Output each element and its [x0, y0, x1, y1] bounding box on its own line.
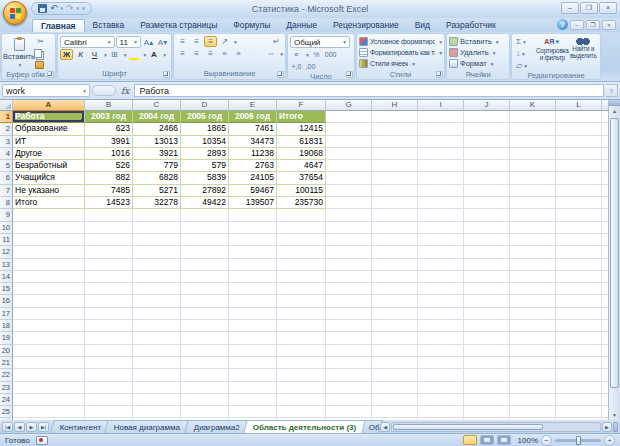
- underline-button[interactable]: Ч: [88, 49, 101, 60]
- conditional-formatting-button[interactable]: Условное форматирование ▾: [359, 36, 442, 47]
- cell-B17[interactable]: [85, 308, 133, 320]
- cell-L16[interactable]: [556, 295, 602, 307]
- cell-C17[interactable]: [133, 308, 181, 320]
- cell-G23[interactable]: [326, 382, 372, 394]
- cell-D22[interactable]: [181, 369, 229, 381]
- horizontal-scrollbar[interactable]: ◀ ▶: [378, 420, 620, 433]
- cell-C5[interactable]: 779: [133, 160, 181, 172]
- cell-J21[interactable]: [464, 357, 510, 369]
- restore-button[interactable]: ❐: [580, 2, 598, 14]
- redo-dropdown-icon[interactable]: ▾: [77, 3, 80, 14]
- cell-D20[interactable]: [181, 345, 229, 357]
- cell-F25[interactable]: [277, 406, 326, 418]
- column-header-G[interactable]: G: [326, 100, 372, 111]
- cell-G12[interactable]: [326, 246, 372, 258]
- cell-I4[interactable]: [418, 148, 464, 160]
- cell-F23[interactable]: [277, 382, 326, 394]
- cell-H8[interactable]: [372, 197, 418, 209]
- cell-H9[interactable]: [372, 209, 418, 221]
- row-header-2[interactable]: 2: [0, 123, 13, 135]
- cell-L14[interactable]: [556, 271, 602, 283]
- cell-F22[interactable]: [277, 369, 326, 381]
- cell-K8[interactable]: [510, 197, 556, 209]
- cell-C23[interactable]: [133, 382, 181, 394]
- cell-G9[interactable]: [326, 209, 372, 221]
- cell-D7[interactable]: 27892: [181, 185, 229, 197]
- cell-B20[interactable]: [85, 345, 133, 357]
- cell-J10[interactable]: [464, 222, 510, 234]
- cell-I12[interactable]: [418, 246, 464, 258]
- cell-E9[interactable]: [229, 209, 277, 221]
- cell-C24[interactable]: [133, 394, 181, 406]
- cell-K1[interactable]: [510, 111, 556, 123]
- cell-C7[interactable]: 5271: [133, 185, 181, 197]
- cell-J14[interactable]: [464, 271, 510, 283]
- cell-C25[interactable]: [133, 406, 181, 418]
- cell-A19[interactable]: [13, 332, 85, 344]
- cell-G7[interactable]: [326, 185, 372, 197]
- select-all-corner[interactable]: [0, 100, 13, 111]
- cell-D14[interactable]: [181, 271, 229, 283]
- cell-E12[interactable]: [229, 246, 277, 258]
- cell-B15[interactable]: [85, 283, 133, 295]
- cell-G22[interactable]: [326, 369, 372, 381]
- merge-center-icon[interactable]: ⇔: [264, 48, 277, 59]
- cell-H19[interactable]: [372, 332, 418, 344]
- cell-C21[interactable]: [133, 357, 181, 369]
- cell-D11[interactable]: [181, 234, 229, 246]
- cell-A21[interactable]: [13, 357, 85, 369]
- cell-H6[interactable]: [372, 172, 418, 184]
- cell-H20[interactable]: [372, 345, 418, 357]
- cell-D8[interactable]: 49422: [181, 197, 229, 209]
- row-header-7[interactable]: 7: [0, 185, 13, 197]
- cell-J4[interactable]: [464, 148, 510, 160]
- column-header-E[interactable]: E: [229, 100, 277, 111]
- cell-I22[interactable]: [418, 369, 464, 381]
- cell-A15[interactable]: [13, 283, 85, 295]
- cell-J18[interactable]: [464, 320, 510, 332]
- cell-L6[interactable]: [556, 172, 602, 184]
- cell-K16[interactable]: [510, 295, 556, 307]
- cell-G16[interactable]: [326, 295, 372, 307]
- cell-D4[interactable]: 2893: [181, 148, 229, 160]
- horizontal-scroll-track[interactable]: [391, 422, 601, 432]
- cell-J8[interactable]: [464, 197, 510, 209]
- cell-H14[interactable]: [372, 271, 418, 283]
- cell-G14[interactable]: [326, 271, 372, 283]
- undo-icon[interactable]: ↶: [50, 3, 58, 14]
- cell-K22[interactable]: [510, 369, 556, 381]
- cell-A1[interactable]: Работа: [13, 111, 85, 123]
- cell-K4[interactable]: [510, 148, 556, 160]
- cell-F12[interactable]: [277, 246, 326, 258]
- cell-A12[interactable]: [13, 246, 85, 258]
- prev-sheet-icon[interactable]: ◀: [14, 422, 25, 432]
- insert-function-icon[interactable]: fx: [118, 86, 132, 96]
- row-header-22[interactable]: 22: [0, 369, 13, 381]
- align-center-icon[interactable]: ≡: [190, 48, 203, 59]
- borders-dropdown-icon[interactable]: ▾: [124, 52, 127, 58]
- cell-E21[interactable]: [229, 357, 277, 369]
- cell-G20[interactable]: [326, 345, 372, 357]
- cell-F2[interactable]: 12415: [277, 123, 326, 135]
- row-header-4[interactable]: 4: [0, 148, 13, 160]
- row-header-10[interactable]: 10: [0, 222, 13, 234]
- cell-G4[interactable]: [326, 148, 372, 160]
- cell-F8[interactable]: 235730: [277, 197, 326, 209]
- cell-K5[interactable]: [510, 160, 556, 172]
- cell-K6[interactable]: [510, 172, 556, 184]
- cell-D3[interactable]: 10354: [181, 136, 229, 148]
- cell-I18[interactable]: [418, 320, 464, 332]
- scroll-right-icon[interactable]: ▶: [602, 422, 612, 432]
- cell-D25[interactable]: [181, 406, 229, 418]
- cell-B10[interactable]: [85, 222, 133, 234]
- row-header-12[interactable]: 12: [0, 246, 13, 258]
- insert-cells-button[interactable]: Вставить ▾: [449, 36, 507, 47]
- cell-E22[interactable]: [229, 369, 277, 381]
- cell-I9[interactable]: [418, 209, 464, 221]
- zoom-level[interactable]: 100%: [514, 436, 538, 445]
- cell-I8[interactable]: [418, 197, 464, 209]
- currency-dropdown-icon[interactable]: ▾: [306, 52, 309, 58]
- cell-B16[interactable]: [85, 295, 133, 307]
- row-header-3[interactable]: 3: [0, 136, 13, 148]
- row-header-19[interactable]: 19: [0, 332, 13, 344]
